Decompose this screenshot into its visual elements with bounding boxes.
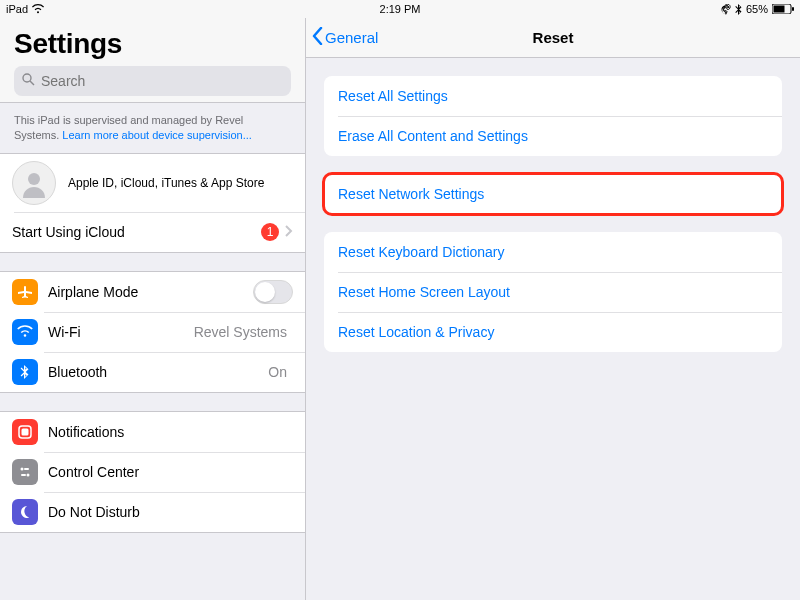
wifi-settings-icon bbox=[12, 319, 38, 345]
reset-all-settings[interactable]: Reset All Settings bbox=[324, 76, 782, 116]
wifi-label: Wi-Fi bbox=[48, 324, 194, 340]
control-center-row[interactable]: Control Center bbox=[0, 452, 305, 492]
reset-location-privacy[interactable]: Reset Location & Privacy bbox=[324, 312, 782, 352]
sidebar-header: Settings bbox=[0, 18, 305, 102]
status-bar: iPad 2:19 PM 65% bbox=[0, 0, 800, 18]
bluetooth-row[interactable]: Bluetooth On bbox=[0, 352, 305, 392]
start-icloud-row[interactable]: Start Using iCloud 1 bbox=[0, 212, 305, 252]
airplane-label: Airplane Mode bbox=[48, 284, 253, 300]
back-label: General bbox=[325, 29, 378, 46]
svg-rect-11 bbox=[21, 474, 26, 476]
start-icloud-label: Start Using iCloud bbox=[12, 224, 261, 240]
airplane-toggle[interactable] bbox=[253, 280, 293, 304]
account-group: Apple ID, iCloud, iTunes & App Store Sta… bbox=[0, 153, 305, 253]
supervision-notice: This iPad is supervised and managed by R… bbox=[0, 103, 305, 153]
notifications-row[interactable]: Notifications bbox=[0, 412, 305, 452]
back-button[interactable]: General bbox=[306, 27, 384, 48]
reset-keyboard-dictionary[interactable]: Reset Keyboard Dictionary bbox=[324, 232, 782, 272]
control-center-icon bbox=[12, 459, 38, 485]
battery-pct: 65% bbox=[746, 3, 768, 15]
apple-id-label: Apple ID, iCloud, iTunes & App Store bbox=[68, 176, 293, 190]
sidebar: Settings This iPad is supervised and man… bbox=[0, 18, 306, 600]
svg-rect-9 bbox=[24, 468, 29, 470]
notifications-label: Notifications bbox=[48, 424, 293, 440]
detail-nav: General Reset bbox=[306, 18, 800, 58]
reset-network-settings[interactable]: Reset Network Settings bbox=[324, 174, 782, 214]
airplane-icon bbox=[12, 279, 38, 305]
wifi-value: Revel Systems bbox=[194, 324, 287, 340]
reset-home-screen[interactable]: Reset Home Screen Layout bbox=[324, 272, 782, 312]
chevron-right-icon bbox=[285, 224, 293, 240]
detail-pane: General Reset Reset All Settings Erase A… bbox=[306, 18, 800, 600]
reset-group-2: Reset Network Settings bbox=[324, 174, 782, 214]
svg-rect-7 bbox=[22, 428, 29, 435]
svg-point-3 bbox=[23, 74, 31, 82]
control-center-label: Control Center bbox=[48, 464, 293, 480]
notifications-icon bbox=[12, 419, 38, 445]
search-icon bbox=[22, 73, 35, 89]
reset-group-3: Reset Keyboard Dictionary Reset Home Scr… bbox=[324, 232, 782, 352]
dnd-icon bbox=[12, 499, 38, 525]
badge: 1 bbox=[261, 223, 279, 241]
airplane-mode-row[interactable]: Airplane Mode bbox=[0, 272, 305, 312]
orientation-lock-icon bbox=[720, 4, 731, 15]
connectivity-group: Airplane Mode Wi-Fi Revel Systems Blueto… bbox=[0, 271, 305, 393]
svg-point-5 bbox=[28, 173, 40, 185]
svg-rect-2 bbox=[792, 7, 794, 11]
device-label: iPad bbox=[6, 3, 28, 15]
bluetooth-value: On bbox=[268, 364, 287, 380]
dnd-row[interactable]: Do Not Disturb bbox=[0, 492, 305, 532]
clock: 2:19 PM bbox=[380, 3, 421, 15]
dnd-label: Do Not Disturb bbox=[48, 504, 293, 520]
svg-rect-1 bbox=[774, 6, 785, 13]
svg-point-8 bbox=[21, 467, 24, 470]
bluetooth-icon bbox=[735, 4, 742, 15]
reset-group-1: Reset All Settings Erase All Content and… bbox=[324, 76, 782, 156]
wifi-row[interactable]: Wi-Fi Revel Systems bbox=[0, 312, 305, 352]
erase-all-content[interactable]: Erase All Content and Settings bbox=[324, 116, 782, 156]
page-title: Settings bbox=[14, 28, 291, 60]
apple-id-row[interactable]: Apple ID, iCloud, iTunes & App Store bbox=[0, 154, 305, 212]
search-input[interactable] bbox=[41, 73, 283, 89]
detail-title: Reset bbox=[533, 29, 574, 46]
svg-point-10 bbox=[27, 473, 30, 476]
bluetooth-settings-icon bbox=[12, 359, 38, 385]
system-group: Notifications Control Center Do Not Dist… bbox=[0, 411, 305, 533]
battery-icon bbox=[772, 4, 794, 14]
svg-line-4 bbox=[30, 81, 34, 85]
wifi-icon bbox=[32, 4, 44, 14]
chevron-left-icon bbox=[312, 27, 323, 48]
bluetooth-label: Bluetooth bbox=[48, 364, 268, 380]
search-field[interactable] bbox=[14, 66, 291, 96]
supervision-link[interactable]: Learn more about device supervision... bbox=[62, 129, 252, 141]
avatar-icon bbox=[12, 161, 56, 205]
